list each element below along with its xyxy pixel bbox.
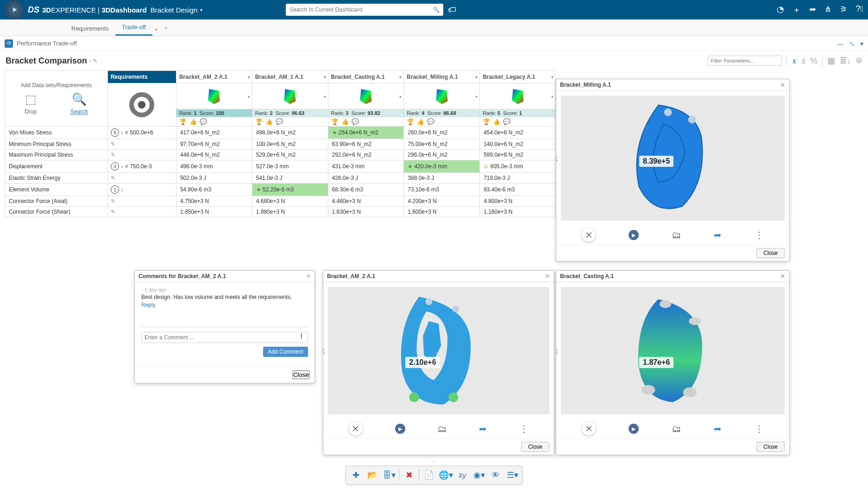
globe-icon[interactable]: 🌐▾ (438, 468, 453, 482)
comment-icon[interactable]: 💬 (276, 118, 283, 125)
sort-icon[interactable]: ≣↓ (840, 56, 851, 66)
value-cell[interactable]: 599.0e+6 N_m2 (480, 150, 556, 160)
user-icon[interactable]: ⚞ (840, 4, 847, 15)
value-cell[interactable]: 97.70e+6 N_m2 (176, 139, 252, 150)
value-cell[interactable]: 4.460e+3 N (328, 196, 404, 207)
percent-icon[interactable]: % (810, 56, 818, 66)
thumb-icon[interactable]: 👍 (341, 118, 349, 125)
comment-icon[interactable]: 💬 (352, 118, 359, 125)
value-cell[interactable]: 292.0e+6 N_m2 (328, 150, 404, 160)
more-icon[interactable]: ⋮ (519, 423, 528, 434)
value-cell[interactable]: 446.0e+6 N_m2 (176, 150, 252, 160)
design-header-4[interactable]: Bracket_Legacy A.1▾ (480, 71, 556, 83)
collapse-icon[interactable]: ⤡ (849, 40, 855, 47)
value-cell[interactable]: 260.0e+6 N_m2 (404, 127, 480, 139)
trophy-icon[interactable]: 🏆 (255, 118, 263, 125)
value-cell[interactable]: 1.850e+3 N (176, 207, 252, 217)
value-cell[interactable]: 431.0e-3 mm (328, 160, 404, 173)
thumb-icon[interactable]: 👍 (265, 118, 273, 125)
requirement-cell[interactable]: ✎ (107, 173, 176, 184)
compass-icon[interactable] (5, 0, 24, 19)
requirement-cell[interactable]: 3↓< 750.0e-3 (107, 160, 176, 173)
close-button[interactable]: Close (756, 442, 785, 452)
value-cell[interactable]: 100.0e+6 N_m2 (252, 139, 328, 150)
value-cell[interactable]: 254.0e+6 N_m2 (328, 127, 404, 139)
value-cell[interactable]: 63.90e+6 N_m2 (328, 139, 404, 150)
tag-icon[interactable]: 🏷 (448, 5, 456, 15)
share-network-icon[interactable]: ⋔ (824, 4, 831, 15)
more-icon[interactable]: ⋮ (755, 229, 764, 241)
notification-icon[interactable]: ◔ (777, 4, 784, 15)
comment-icon[interactable]: 💬 (503, 118, 510, 125)
design-thumb-1[interactable]: ▾ (252, 83, 328, 109)
trophy-icon[interactable]: 🏆 (407, 118, 414, 125)
filter-input[interactable] (708, 56, 782, 66)
share-icon[interactable]: ➦ (714, 229, 722, 241)
x-dot-icon[interactable]: ẋ (801, 56, 805, 66)
value-cell[interactable]: 502.0e-3 J (176, 173, 252, 184)
chevron-down-icon[interactable]: ▾ (475, 75, 478, 80)
tab-requirements[interactable]: Requirements (65, 21, 115, 36)
value-cell[interactable]: 1.980e+3 N (252, 207, 328, 217)
x-icon[interactable]: 𝑥 (792, 56, 796, 66)
prev-icon[interactable]: ‹ (554, 151, 559, 165)
thumb-icon[interactable]: 👍 (493, 118, 500, 125)
close-tool-icon[interactable]: ✕ (582, 228, 596, 242)
value-cell[interactable]: 529.0e+6 N_m2 (252, 150, 328, 160)
preview-canvas[interactable]: 8.39e+5 (561, 95, 785, 221)
search-box[interactable]: 🔍 (286, 4, 443, 16)
grid-icon[interactable]: ▦ (827, 56, 835, 66)
new-doc-icon[interactable]: 📄 (421, 468, 437, 482)
value-cell[interactable]: 296.0e+6 N_m2 (404, 150, 480, 160)
target-icon[interactable]: ◉▾ (471, 468, 487, 482)
preview-canvas[interactable]: 2.10e+6 (328, 287, 549, 414)
trophy-icon[interactable]: 🏆 (179, 118, 187, 125)
close-button[interactable]: Close (756, 248, 785, 258)
chevron-down-icon[interactable]: ▾ (248, 75, 250, 80)
preview-canvas[interactable]: 1.87e+6 (561, 287, 785, 414)
value-cell[interactable]: 719.0e-3 J (480, 173, 556, 184)
design-header-1[interactable]: Bracket_AM_1 A.1▾ (252, 71, 328, 83)
frames-icon[interactable]: 🗂 (437, 424, 447, 434)
tab-add-button[interactable]: ＋ (157, 20, 174, 36)
share-icon[interactable]: ➦ (809, 4, 816, 15)
list-icon[interactable]: ☰▾ (504, 468, 520, 482)
drop-button[interactable]: ⬚Drop (25, 92, 37, 115)
value-cell[interactable]: 75.00e+6 N_m2 (404, 139, 480, 150)
add-icon[interactable]: ＋ (793, 4, 801, 15)
design-thumb-2[interactable]: ▾ (328, 83, 404, 109)
value-cell[interactable]: 54.90e-6 m3 (176, 184, 252, 196)
chevron-down-icon[interactable]: ▾ (399, 75, 402, 80)
value-cell[interactable]: 4.680e+3 N (252, 196, 328, 207)
edit-title-icon[interactable]: ✎ (93, 57, 98, 64)
reply-link[interactable]: Reply (141, 302, 308, 308)
value-cell[interactable]: 388.0e-3 J (404, 173, 480, 184)
xy-icon[interactable]: xy (454, 468, 470, 482)
search-input[interactable] (289, 6, 433, 13)
value-cell[interactable]: 498.0e+6 N_m2 (252, 127, 328, 139)
value-cell[interactable]: 417.0e+6 N_m2 (176, 127, 252, 139)
minimize-icon[interactable]: — (837, 40, 843, 47)
frames-icon[interactable]: 🗂 (672, 230, 681, 241)
value-cell[interactable]: 1.630e+3 N (328, 207, 404, 217)
trophy-icon[interactable]: 🏆 (331, 118, 339, 125)
close-button[interactable]: Close (292, 370, 310, 379)
close-icon[interactable]: ✕ (780, 273, 786, 280)
value-cell[interactable]: 428.0e-3 J (328, 173, 404, 184)
chevron-down-icon[interactable]: ▾ (324, 75, 326, 80)
requirement-cell[interactable]: ✎ (107, 207, 176, 217)
close-tool-icon[interactable]: ✕ (582, 422, 596, 436)
close-tool-icon[interactable]: ✕ (349, 422, 363, 436)
frames-icon[interactable]: 🗂 (672, 424, 681, 434)
widget-caret-icon[interactable]: ▾ (860, 40, 863, 47)
value-cell[interactable]: 805.0e-3 mm (480, 160, 556, 173)
value-cell[interactable]: 1.600e+3 N (404, 207, 480, 217)
requirement-cell[interactable]: ✎ (107, 196, 176, 207)
value-cell[interactable]: 4.750e+3 N (176, 196, 252, 207)
eye-icon[interactable]: 👁 (488, 468, 503, 482)
requirement-cell[interactable]: ✎ (107, 150, 176, 160)
chevron-up-icon[interactable]: ︿ (431, 457, 437, 465)
more-icon[interactable]: ⋮ (755, 423, 764, 434)
design-header-0[interactable]: Bracket_AM_2 A.1▾ (176, 71, 252, 83)
comment-input[interactable] (145, 334, 305, 341)
